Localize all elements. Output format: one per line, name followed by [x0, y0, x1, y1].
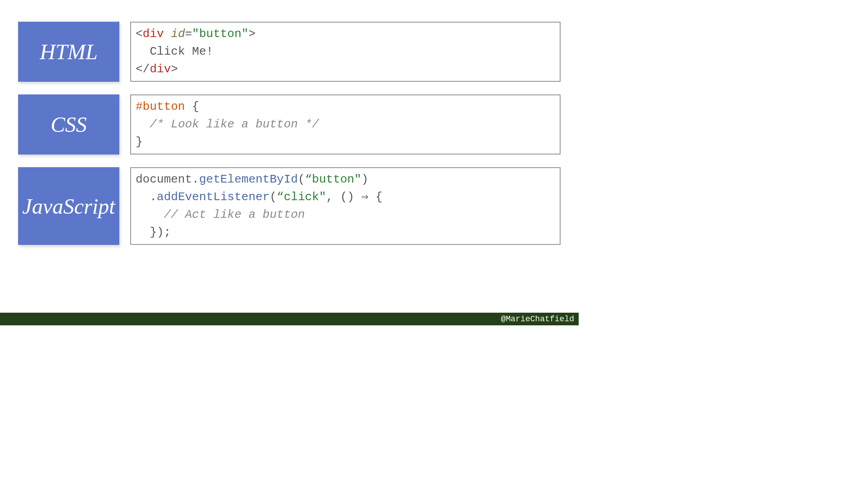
label-html-text: HTML	[40, 39, 98, 64]
label-js-text: JavaScript	[22, 194, 115, 219]
label-css-text: CSS	[51, 112, 87, 137]
row-html: HTML <div id="button"> Click Me! </div>	[18, 22, 561, 82]
slide-content: HTML <div id="button"> Click Me! </div> …	[0, 0, 579, 245]
footer-bar: @MarieChatfield	[0, 313, 579, 325]
row-css: CSS #button { /* Look like a button */ }	[18, 94, 561, 155]
css-line-2: /* Look like a button */	[136, 116, 555, 133]
js-line-1: document.getElementById(“button")	[136, 171, 555, 188]
code-css: #button { /* Look like a button */ }	[130, 94, 561, 155]
js-line-4: });	[136, 224, 555, 241]
html-line-1: <div id="button">	[136, 25, 555, 43]
label-html: HTML	[18, 22, 119, 82]
label-css: CSS	[18, 94, 119, 155]
js-line-3: // Act like a button	[136, 206, 555, 224]
css-line-3: }	[136, 133, 555, 151]
html-line-3: </div>	[136, 61, 555, 78]
html-line-2: Click Me!	[136, 43, 555, 61]
label-js: JavaScript	[18, 167, 119, 245]
footer-handle: @MarieChatfield	[501, 314, 574, 324]
code-js: document.getElementById(“button") .addEv…	[130, 167, 561, 245]
row-js: JavaScript document.getElementById(“butt…	[18, 167, 561, 245]
js-line-2: .addEventListener(“click", () ⇒ {	[136, 188, 555, 206]
css-line-1: #button {	[136, 98, 555, 116]
code-html: <div id="button"> Click Me! </div>	[130, 22, 561, 82]
